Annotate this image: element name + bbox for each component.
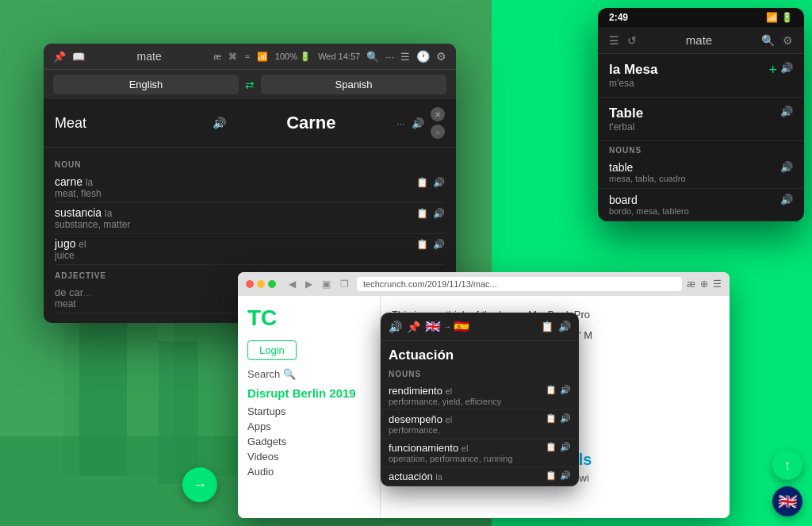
mobile-entry-phonetic-1: m'esa xyxy=(609,78,657,89)
def-meaning-2: substance, matter xyxy=(55,219,416,230)
popup-pin-icon[interactable]: 📌 xyxy=(407,321,420,333)
link-gadgets[interactable]: Gadgets xyxy=(247,436,370,447)
book-icon[interactable]: 📖 xyxy=(72,51,85,63)
popup-speaker-icon[interactable]: 🔊 xyxy=(389,321,402,333)
popup-copy-3[interactable]: 📋 xyxy=(546,442,557,452)
login-button[interactable]: Login xyxy=(247,340,297,360)
popup-copy-icon[interactable]: 📋 xyxy=(541,321,553,332)
menu-icon[interactable]: ☰ xyxy=(400,51,410,63)
browser-navigation: ◀ ▶ ▣ ❐ xyxy=(285,277,352,291)
popup-speaker-btn[interactable]: 🔊 xyxy=(558,321,571,332)
pin-icon[interactable]: 📌 xyxy=(53,51,66,63)
definition-row: sustancia la substance, matter 📋 🔊 xyxy=(55,203,445,234)
popup-speaker-4[interactable]: 🔊 xyxy=(560,470,571,481)
mobile-settings-icon[interactable]: ⚙ xyxy=(783,34,793,47)
popup-speaker-1[interactable]: 🔊 xyxy=(560,385,571,395)
browser-tool-2[interactable]: ⊕ xyxy=(700,278,708,290)
popup-copy-1[interactable]: 📋 xyxy=(546,385,557,395)
mobile-entry-word-1: la Mesa xyxy=(609,62,657,78)
link-videos[interactable]: Videos xyxy=(247,451,370,463)
popup-def-row-4: actuación la 📋 🔊 xyxy=(381,467,579,486)
window-controls xyxy=(246,280,276,288)
link-apps[interactable]: Apps xyxy=(247,420,370,432)
more-button[interactable]: ··· xyxy=(396,117,405,129)
speaker-icon-3[interactable]: 🔊 xyxy=(433,239,445,250)
result-speaker-button[interactable]: 🔊 xyxy=(412,117,424,129)
app-title: mate xyxy=(85,50,213,63)
mobile-noun-speaker-2[interactable]: 🔊 xyxy=(780,194,793,205)
status-bar-text: æ ⌘ ≈ 📶 100% 🔋 Wed 14:57 xyxy=(213,52,360,62)
browser-back-button[interactable]: ◀ xyxy=(285,277,299,291)
svg-rect-7 xyxy=(79,317,127,476)
browser-titlebar: ◀ ▶ ▣ ❐ techcrunch.com/2019/11/13/mac...… xyxy=(238,272,730,296)
mobile-entry-phonetic-2: t'erbal xyxy=(609,121,643,132)
minimize-window-button[interactable] xyxy=(257,280,265,288)
uk-flag-icon: 🇬🇧 xyxy=(778,492,798,511)
language-flag-button[interactable]: 🇬🇧 xyxy=(772,486,802,516)
popup-copy-2[interactable]: 📋 xyxy=(546,413,557,424)
def-word-2: sustancia la xyxy=(55,206,416,219)
browser-toolbar: æ ⊕ ☰ xyxy=(687,278,722,290)
copy-icon-2[interactable]: 📋 xyxy=(416,208,428,219)
browser-toggle-button[interactable]: ▣ xyxy=(319,277,334,291)
source-language-button[interactable]: English xyxy=(53,75,239,94)
definition-row: jugo el juice 📋 🔊 xyxy=(55,234,445,265)
mobile-search-icon[interactable]: 🔍 xyxy=(761,34,775,47)
search-icon[interactable]: 🔍 xyxy=(366,51,379,63)
mobile-refresh-icon[interactable]: ↺ xyxy=(627,34,637,47)
popup-lang-arrow: → xyxy=(443,322,451,331)
flag-uk-icon: 🇬🇧 xyxy=(425,319,441,334)
settings-icon[interactable]: ⚙ xyxy=(436,50,446,63)
browser-forward-button[interactable]: ▶ xyxy=(302,277,316,291)
mobile-add-button-1[interactable]: + xyxy=(768,62,777,79)
maximize-window-button[interactable] xyxy=(268,280,276,288)
browser-tool-1[interactable]: æ xyxy=(687,278,695,290)
browser-tool-3[interactable]: ☰ xyxy=(713,278,722,290)
mobile-app-window: 2:49 📶 🔋 ☰ ↺ mate 🔍 ⚙ la Mesa m'esa + 🔊 xyxy=(598,8,804,221)
clock-icon[interactable]: 🕐 xyxy=(416,50,430,63)
noun-label: NOUN xyxy=(55,160,445,169)
close-window-button[interactable] xyxy=(246,280,254,288)
more-icon[interactable]: ··· xyxy=(385,51,394,63)
language-bar: English ⇄ Spanish xyxy=(44,70,456,99)
link-audio[interactable]: Audio xyxy=(247,466,370,478)
arrow-right-icon: → xyxy=(193,477,207,493)
mobile-noun-speaker-1[interactable]: 🔊 xyxy=(780,161,793,173)
target-language-button[interactable]: Spanish xyxy=(261,75,446,94)
close-circle-button[interactable]: ○ xyxy=(431,125,445,139)
mobile-menu-icon[interactable]: ☰ xyxy=(609,34,619,47)
popup-def-row-3: funcionamiento el operation, performance… xyxy=(381,439,579,467)
swap-languages-button[interactable]: ⇄ xyxy=(245,79,255,91)
copy-icon-3[interactable]: 📋 xyxy=(416,239,428,250)
translation-row: Meat 🔊 Carne ··· 🔊 ✕ ○ xyxy=(44,99,456,148)
mobile-entry-actions-1: + 🔊 xyxy=(768,62,793,79)
mobile-speaker-1[interactable]: 🔊 xyxy=(780,62,793,79)
mobile-wifi-icon: 📶 xyxy=(766,12,778,23)
arrow-up-icon: ↑ xyxy=(784,457,791,474)
mobile-noun-row-1: table mesa, tabla, cuadro 🔊 xyxy=(598,156,804,189)
popup-main-word: Actuación xyxy=(381,341,579,370)
link-startups[interactable]: Startups xyxy=(247,405,370,417)
speaker-icon-1[interactable]: 🔊 xyxy=(433,177,445,188)
popup-speaker-3[interactable]: 🔊 xyxy=(560,442,571,452)
scroll-up-button[interactable]: ↑ xyxy=(772,450,802,480)
browser-url-bar[interactable]: techcrunch.com/2019/11/13/mac... xyxy=(357,277,682,291)
featured-link[interactable]: Disrupt Berlin 2019 xyxy=(247,386,370,401)
copy-icon-1[interactable]: 📋 xyxy=(416,177,428,188)
mobile-nav-bar: ☰ ↺ mate 🔍 ⚙ xyxy=(598,27,804,54)
mobile-entry-word-2: Table xyxy=(609,106,643,121)
circle-arrow-button[interactable]: → xyxy=(182,467,217,502)
popup-copy-4[interactable]: 📋 xyxy=(546,470,557,481)
source-word: Meat xyxy=(55,115,206,132)
mobile-speaker-2[interactable]: 🔊 xyxy=(780,106,793,117)
search-label[interactable]: Search 🔍 xyxy=(247,368,370,380)
source-speaker-button[interactable]: 🔊 xyxy=(213,117,226,129)
speaker-icon-2[interactable]: 🔊 xyxy=(433,208,445,219)
sidebar-links: Startups Apps Gadgets Videos Audio xyxy=(247,405,370,478)
def-word-1: carne la xyxy=(55,175,416,188)
def-meaning-1: meat, flesh xyxy=(55,188,416,199)
close-x-button[interactable]: ✕ xyxy=(431,107,445,121)
popup-speaker-2[interactable]: 🔊 xyxy=(560,413,571,424)
mobile-noun-meaning-1: mesa, tabla, cuadro xyxy=(609,174,686,183)
browser-tab-button[interactable]: ❐ xyxy=(337,277,352,291)
